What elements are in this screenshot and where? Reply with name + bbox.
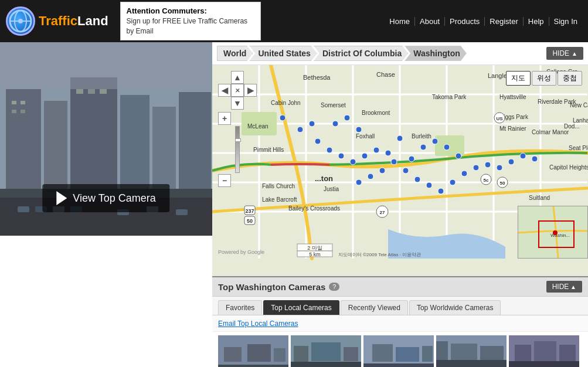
- svg-rect-8: [120, 95, 149, 195]
- svg-rect-17: [88, 89, 95, 94]
- map-center[interactable]: ✕: [231, 84, 244, 97]
- breadcrumb-dc[interactable]: District Of Columbia: [314, 46, 408, 61]
- breadcrumb-us[interactable]: United States: [249, 46, 317, 61]
- svg-rect-146: [451, 344, 477, 360]
- zoom-handle[interactable]: [235, 138, 241, 142]
- svg-rect-129: [218, 365, 288, 367]
- svg-text:US: US: [496, 116, 503, 121]
- svg-point-76: [356, 127, 362, 132]
- logo-land: Land: [77, 13, 108, 28]
- svg-rect-13: [21, 101, 25, 104]
- svg-point-70: [432, 138, 438, 144]
- logo-text: TrafficLand: [39, 15, 108, 28]
- tab-top-local[interactable]: Top Local Cameras: [263, 300, 339, 315]
- svg-rect-10: [179, 92, 211, 195]
- camera-thumb-3[interactable]: [363, 335, 434, 367]
- svg-rect-19: [0, 42, 212, 89]
- email-link-bar: Email Top Local Cameras: [212, 315, 588, 332]
- map-pan-up[interactable]: ▲: [231, 71, 244, 84]
- map-area[interactable]: Bethesda Chase Langley Park College Gre.…: [212, 65, 588, 276]
- svg-text:Seat Pleasant: Seat Pleasant: [569, 145, 588, 151]
- nav-register[interactable]: Register: [485, 17, 523, 26]
- svg-rect-144: [436, 360, 507, 367]
- svg-point-75: [344, 115, 350, 121]
- map-pan-left[interactable]: ◀: [218, 84, 231, 97]
- map-type-map[interactable]: 지도: [506, 71, 531, 86]
- svg-point-73: [309, 121, 315, 127]
- svg-point-48: [350, 159, 356, 165]
- svg-point-49: [362, 153, 368, 159]
- svg-point-44: [297, 127, 303, 132]
- play-label: View Top Camera: [73, 192, 155, 205]
- map-type-overlay[interactable]: 중첩: [558, 71, 582, 86]
- nav-signin[interactable]: Sign In: [549, 17, 582, 26]
- view-top-camera-button[interactable]: View Top Camera: [42, 184, 169, 212]
- bottom-section-title: Top Washington Cameras: [218, 282, 325, 292]
- svg-text:Chase: Chase: [376, 71, 395, 78]
- map-zoom-bar[interactable]: [235, 126, 240, 173]
- svg-rect-136: [311, 342, 341, 361]
- svg-rect-5: [6, 89, 41, 195]
- help-badge[interactable]: ?: [329, 283, 339, 291]
- svg-text:Dod...: Dod...: [564, 123, 580, 130]
- svg-rect-150: [515, 345, 531, 361]
- map-zoom-in[interactable]: +: [218, 112, 231, 125]
- ad-subtitle: Sign up for FREE Live Traffic Cameras by…: [127, 16, 254, 36]
- nav-help[interactable]: Help: [524, 17, 549, 26]
- svg-text:Suitland: Suitland: [529, 195, 550, 201]
- svg-text:5c: 5c: [484, 178, 489, 183]
- svg-point-72: [456, 153, 461, 159]
- svg-rect-152: [559, 345, 576, 361]
- breadcrumb-washington[interactable]: Washington: [405, 46, 467, 61]
- tab-top-worldwide[interactable]: Top Worldwide Cameras: [409, 300, 501, 315]
- bottom-title-area: Top Washington Cameras ?: [218, 282, 339, 292]
- logo-traffic: Traffic: [39, 13, 77, 28]
- nav-products[interactable]: Products: [445, 17, 485, 26]
- svg-point-62: [473, 165, 479, 171]
- bottom-hide-button[interactable]: HIDE: [546, 281, 582, 293]
- svg-point-51: [385, 150, 391, 156]
- breadcrumb-world[interactable]: World: [217, 46, 253, 61]
- logo-icon: [6, 6, 35, 36]
- svg-rect-135: [294, 346, 308, 362]
- svg-text:...ton: ...ton: [315, 174, 333, 183]
- map-nav-pad: ▲ ◀ ✕ ▶ ▼: [218, 71, 257, 110]
- svg-text:Pimmit Hills: Pimmit Hills: [253, 147, 284, 153]
- camera-thumb-5[interactable]: [509, 335, 579, 367]
- svg-rect-141: [396, 347, 419, 362]
- breadcrumb-bar: World United States District Of Columbia…: [212, 42, 588, 65]
- svg-point-50: [373, 147, 379, 153]
- svg-rect-151: [534, 341, 556, 361]
- breadcrumb-hide-button[interactable]: HIDE: [546, 47, 583, 60]
- svg-text:2 마일: 2 마일: [307, 245, 322, 251]
- map-pan-right[interactable]: ▶: [244, 84, 257, 97]
- svg-text:50: 50: [247, 218, 253, 224]
- svg-rect-147: [480, 346, 504, 360]
- nav-about[interactable]: About: [415, 17, 445, 26]
- svg-rect-130: [224, 347, 242, 362]
- thumb-svg-4: [436, 335, 507, 367]
- left-lower: [0, 236, 212, 367]
- svg-point-47: [338, 153, 344, 159]
- svg-text:Powered by Google: Powered by Google: [218, 249, 264, 255]
- tab-recently-viewed[interactable]: Recently Viewed: [341, 300, 408, 315]
- tab-favorites[interactable]: Favorites: [218, 300, 262, 315]
- svg-text:Falls Church: Falls Church: [262, 183, 295, 189]
- svg-point-56: [403, 168, 409, 174]
- map-type-satellite[interactable]: 위성: [532, 71, 556, 86]
- svg-rect-42: [435, 135, 464, 156]
- svg-point-71: [444, 144, 450, 150]
- camera-thumb-2[interactable]: [291, 335, 361, 367]
- svg-point-60: [450, 179, 456, 185]
- email-top-cameras-link[interactable]: Email Top Local Cameras: [218, 320, 298, 328]
- camera-thumb-4[interactable]: [436, 335, 507, 367]
- svg-rect-14: [12, 110, 16, 113]
- svg-point-61: [461, 171, 467, 176]
- svg-rect-6: [44, 101, 67, 195]
- nav-home[interactable]: Home: [385, 17, 415, 26]
- ad-title: Attention Commuters:: [127, 6, 254, 16]
- map-zoom-out[interactable]: −: [218, 174, 231, 187]
- map-pan-down[interactable]: ▼: [231, 97, 244, 110]
- svg-rect-12: [12, 101, 16, 104]
- camera-thumb-1[interactable]: [218, 335, 288, 367]
